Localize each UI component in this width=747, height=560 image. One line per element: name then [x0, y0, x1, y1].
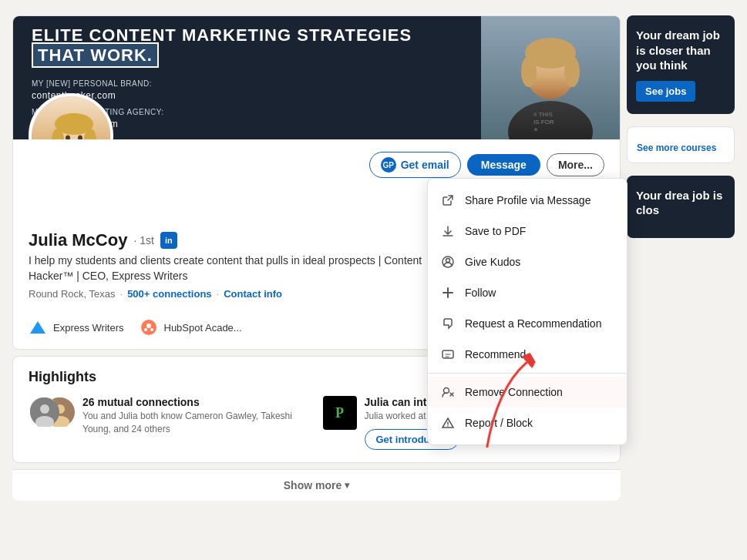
svg-point-37: [40, 404, 49, 414]
dropdown-follow[interactable]: Follow: [428, 277, 627, 308]
mutual-description: You and Julia both know Cameron Gawley, …: [82, 410, 311, 436]
bottom-ad-title: Your drea job is clos: [636, 188, 725, 218]
profile-card: ELITE CONTENT MARKETING STRATEGIES THAT …: [12, 15, 621, 350]
mutual-count: 26 mutual connections: [82, 396, 311, 408]
connections-link[interactable]: 500+ connections: [127, 288, 211, 300]
bottom-ad-card: Your drea job is clos: [627, 176, 735, 238]
svg-text:●: ●: [533, 125, 538, 133]
see-more-courses-card: See more courses: [627, 126, 735, 163]
svg-point-35: [447, 425, 449, 427]
huffpost-logo: P: [323, 396, 357, 430]
svg-point-5: [521, 56, 537, 87]
banner-person-svg: # THIS IS FOR ●: [481, 16, 620, 139]
dropdown-remove-connection[interactable]: Remove Connection: [428, 377, 627, 407]
banner-photo: # THIS IS FOR ●: [481, 16, 620, 139]
express-writers-icon: [29, 318, 47, 337]
experience-item-1: Express Writers: [29, 318, 124, 337]
svg-text:# THIS: # THIS: [533, 111, 554, 118]
dropdown-share-profile[interactable]: Share Profile via Message: [428, 185, 627, 216]
more-button[interactable]: More...: [547, 153, 604, 176]
recommend-icon: [440, 347, 456, 362]
get-email-button[interactable]: GP Get email: [369, 152, 461, 178]
banner-highlight: THAT WORK.: [32, 42, 159, 68]
svg-point-23: [144, 328, 147, 331]
save-pdf-label: Save to PDF: [465, 225, 526, 237]
follow-icon: [440, 285, 456, 300]
chevron-down-icon: ▾: [345, 480, 349, 491]
dropdown-give-kudos[interactable]: Give Kudos: [428, 246, 627, 277]
share-profile-label: Share Profile via Message: [465, 194, 591, 206]
show-more-button[interactable]: Show more ▾: [284, 479, 349, 491]
linkedin-in-icon: in: [160, 232, 177, 249]
share-profile-icon: [440, 193, 456, 208]
contact-info-link[interactable]: Contact info: [224, 288, 282, 300]
kudos-icon: [440, 254, 456, 270]
svg-point-26: [446, 259, 450, 263]
top-ad-title: Your dream job is closer than you think: [636, 28, 725, 73]
message-button[interactable]: Message: [467, 154, 540, 176]
report-block-icon: [440, 415, 456, 431]
request-recommendation-label: Request a Recommendation: [465, 317, 601, 330]
hubspot-icon: [140, 318, 158, 337]
give-kudos-label: Give Kudos: [465, 256, 520, 268]
see-more-courses-link[interactable]: See more courses: [637, 143, 725, 153]
company-1-name: Express Writers: [53, 322, 124, 334]
gp-badge: GP: [381, 157, 396, 173]
save-pdf-icon: [440, 223, 456, 239]
request-recommendation-icon: [440, 316, 456, 331]
dropdown-request-recommendation[interactable]: Request a Recommendation: [428, 308, 627, 339]
mutual-text: 26 mutual connections You and Julia both…: [82, 396, 311, 436]
profile-location: Round Rock, Texas: [29, 288, 116, 300]
dropdown-report-block[interactable]: Report / Block: [428, 407, 627, 438]
mutual-avatars: [29, 396, 75, 430]
right-column: Your dream job is closer than you think …: [627, 15, 735, 501]
mutual-avatar-1: [29, 396, 58, 425]
svg-point-6: [564, 56, 580, 87]
remove-connection-icon: [440, 384, 456, 400]
remove-connection-label: Remove Connection: [465, 386, 563, 398]
dropdown-save-pdf[interactable]: Save to PDF: [428, 216, 627, 246]
company-2-name: HubSpot Acade...: [164, 322, 242, 334]
show-more-row: Show more ▾: [12, 469, 621, 501]
report-block-label: Report / Block: [465, 417, 533, 429]
svg-point-24: [150, 328, 153, 331]
top-ad-card: Your dream job is closer than you think …: [627, 15, 735, 114]
recommend-label: Recommend: [465, 348, 526, 360]
profile-name-text: Julia McCoy: [29, 230, 127, 250]
banner-sub1-label: MY [NEW] PERSONAL BRAND:: [32, 79, 463, 88]
profile-headline: I help my students and clients create co…: [29, 253, 429, 283]
dropdown-menu: Share Profile via Message Save to PDF: [427, 178, 628, 445]
degree-badge: · 1st: [133, 234, 153, 246]
see-jobs-button[interactable]: See jobs: [636, 81, 695, 102]
mutual-connections-item: 26 mutual connections You and Julia both…: [29, 396, 311, 450]
profile-banner: ELITE CONTENT MARKETING STRATEGIES THAT …: [13, 16, 620, 139]
follow-label: Follow: [465, 287, 496, 299]
banner-title: ELITE CONTENT MARKETING STRATEGIES THAT …: [32, 25, 463, 66]
svg-marker-20: [30, 321, 45, 334]
dropdown-recommend[interactable]: Recommend: [428, 339, 627, 370]
show-more-label: Show more: [284, 479, 342, 491]
experience-item-2: HubSpot Acade...: [140, 318, 242, 337]
svg-point-22: [146, 324, 151, 328]
dropdown-divider: [428, 373, 627, 374]
